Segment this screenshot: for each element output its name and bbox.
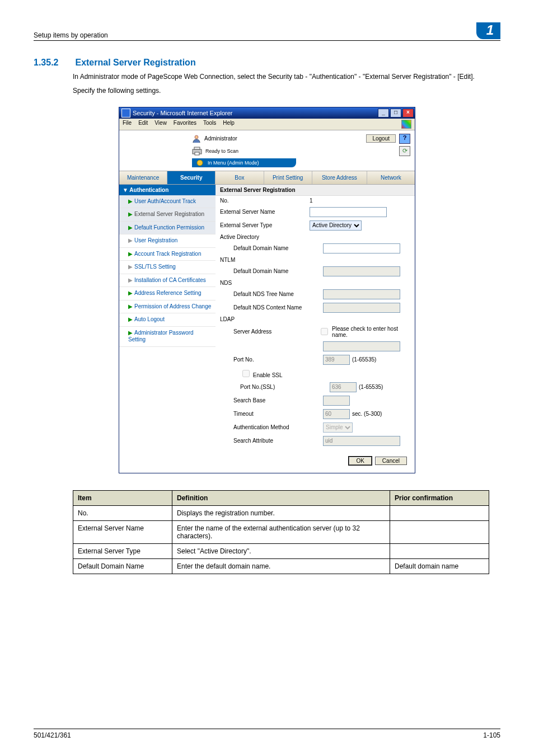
section-number: 1.35.2 — [34, 58, 73, 68]
server-address-input — [323, 341, 400, 351]
port-ssl-label: Port No.(SSL) — [220, 384, 330, 390]
tab-store-address[interactable]: Store Address — [312, 171, 367, 184]
ext-name-label: External Server Name — [220, 209, 310, 215]
ad-domain-input[interactable] — [323, 243, 400, 253]
timeout-input — [323, 409, 350, 419]
ok-button[interactable]: OK — [349, 457, 371, 465]
user-icon — [192, 134, 201, 143]
row-ext-type: External Server Type Active Directory — [216, 219, 415, 232]
menu-tools[interactable]: Tools — [203, 120, 216, 129]
menu-edit[interactable]: Edit — [138, 120, 148, 129]
tab-network[interactable]: Network — [367, 171, 415, 184]
maximize-button[interactable]: □ — [390, 109, 401, 118]
search-attr-label: Search Attribute — [220, 438, 323, 444]
ad-group-label: Active Directory — [220, 234, 310, 240]
menu-view[interactable]: View — [154, 120, 167, 129]
server-address-label: Server Address — [220, 328, 318, 335]
port-ssl-range: (1-65535) — [359, 384, 383, 390]
cancel-button[interactable]: Cancel — [375, 457, 407, 465]
spec-th-prior: Prior confirmation — [390, 490, 489, 505]
sidebar-item-permission-address[interactable]: ▶Permission of Address Change — [119, 300, 216, 314]
port-range: (1-65535) — [352, 356, 376, 363]
tab-maintenance[interactable]: Maintenance — [119, 171, 167, 184]
form-title: External Server Registration — [216, 185, 415, 196]
logout-button[interactable]: Logout — [366, 134, 396, 143]
sidebar-item-ca-certs[interactable]: ▶Installation of CA Certificates — [119, 274, 216, 288]
row-ntlm-domain: Default Domain Name — [216, 265, 415, 278]
ext-type-label: External Server Type — [220, 222, 310, 228]
printer-icon — [192, 147, 202, 156]
host-checkbox — [321, 328, 328, 335]
row-ad-domain: Default Domain Name — [216, 242, 415, 255]
ie-icon — [121, 109, 130, 118]
sidebar-item-account-track[interactable]: ▶Account Track Registration — [119, 248, 216, 261]
table-row: No. Displays the registration number. — [73, 505, 489, 520]
nds-tree-label: Default NDS Tree Name — [220, 291, 323, 297]
host-check-label: Please check to enter host name. — [332, 326, 410, 338]
row-timeout: Timeout sec. (5-300) — [216, 407, 415, 421]
row-nds-tree: Default NDS Tree Name — [216, 288, 415, 301]
menu-file[interactable]: File — [123, 120, 132, 129]
ntlm-domain-label: Default Domain Name — [220, 268, 323, 274]
svg-rect-3 — [195, 152, 199, 155]
timeout-unit: sec. (5-300) — [352, 411, 382, 417]
windows-flag-icon — [401, 120, 411, 129]
auth-method-label: Authentication Method — [220, 424, 323, 430]
ext-name-input[interactable] — [310, 207, 387, 217]
port-no-label: Port No. — [220, 356, 323, 363]
minimize-button[interactable]: _ — [378, 109, 389, 118]
menu-favorites[interactable]: Favorites — [174, 120, 196, 129]
row-ldap-group: LDAP — [216, 314, 415, 324]
row-search-attr: Search Attribute — [216, 434, 415, 448]
spec-th-item: Item — [73, 490, 172, 505]
help-icon[interactable]: ? — [399, 134, 410, 144]
refresh-button[interactable]: ⟳ — [399, 146, 410, 156]
menubar: File Edit View Favorites Tools Help — [119, 119, 415, 130]
row-search-base: Search Base — [216, 394, 415, 407]
auth-method-select: Simple — [323, 422, 353, 433]
sidebar-item-auto-logout[interactable]: ▶Auto Logout — [119, 313, 216, 327]
mode-bar: In Menu (Admin Mode) — [192, 158, 296, 167]
row-ntlm-group: NTLM — [216, 255, 415, 265]
sidebar-item-external-server[interactable]: ▶External Server Registration — [119, 208, 216, 222]
row-no: No. 1 — [216, 196, 415, 205]
intro-paragraph-1: In Administrator mode of PageScope Web C… — [73, 72, 489, 82]
svg-point-0 — [195, 135, 198, 139]
no-label: No. — [220, 198, 310, 204]
sidebar-item-admin-password[interactable]: ▶Administrator Password Setting — [119, 327, 216, 347]
search-base-input — [323, 396, 350, 406]
ad-domain-label: Default Domain Name — [220, 245, 323, 251]
admin-label: Administrator — [204, 135, 237, 142]
sidebar-item-ssltls[interactable]: ▶SSL/TLS Setting — [119, 261, 216, 274]
row-port-ssl: Port No.(SSL) (1-65535) — [216, 381, 415, 394]
tab-print-setting[interactable]: Print Setting — [264, 171, 312, 184]
enable-ssl-label: Enable SSL — [253, 372, 283, 378]
sidebar-item-default-function[interactable]: ▶Default Function Permission — [119, 222, 216, 235]
row-ad-group: Active Directory — [216, 232, 415, 242]
ext-type-select[interactable]: Active Directory — [310, 220, 362, 231]
document-header: Setup items by operation 1 — [34, 22, 500, 41]
nds-group-label: NDS — [220, 280, 310, 286]
no-value: 1 — [310, 198, 313, 204]
nds-tree-input — [323, 289, 400, 299]
button-row: OK Cancel — [216, 448, 415, 465]
sidebar-item-address-ref[interactable]: ▶Address Reference Setting — [119, 287, 216, 300]
footer-left: 501/421/361 — [34, 731, 71, 739]
svg-point-4 — [197, 160, 203, 166]
timeout-label: Timeout — [220, 411, 323, 417]
window-titlebar: Security - Microsoft Internet Explorer _… — [119, 107, 415, 119]
section-title: External Server Registration — [75, 58, 195, 67]
sidebar-item-user-registration[interactable]: ▶User Registration — [119, 234, 216, 248]
tab-security[interactable]: Security — [167, 171, 216, 184]
row-ext-name: External Server Name — [216, 205, 415, 219]
screenshot-window: Security - Microsoft Internet Explorer _… — [119, 107, 415, 473]
header-chapter-number: 1 — [476, 22, 500, 39]
svg-rect-2 — [194, 147, 200, 149]
table-row: Default Domain Name Enter the default do… — [73, 558, 489, 574]
tab-box[interactable]: Box — [216, 171, 264, 184]
enable-ssl-checkbox — [242, 370, 250, 377]
close-button[interactable]: × — [402, 109, 414, 118]
sidebar-item-user-auth[interactable]: ▶User Auth/Account Track — [119, 195, 216, 209]
menu-help[interactable]: Help — [223, 120, 235, 129]
row-server-address: Server Address Please check to enter hos… — [216, 324, 415, 340]
